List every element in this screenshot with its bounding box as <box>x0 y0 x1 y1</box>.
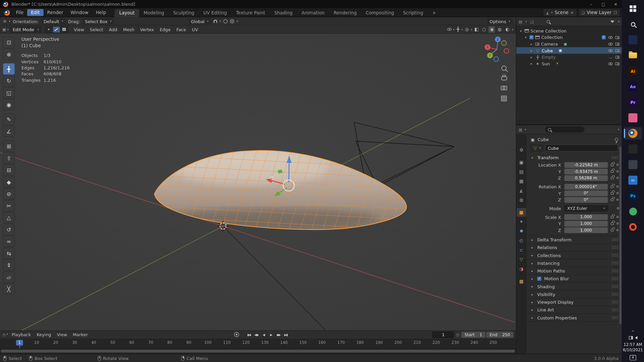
inset-faces-tool[interactable]: ⊟ <box>3 164 15 176</box>
timeline-ruler[interactable]: 1020304050607080901001101201301401501601… <box>0 339 516 349</box>
Keying[interactable]: Keying <box>34 331 54 338</box>
drag-grip-icon[interactable] <box>611 300 618 304</box>
vertex-select-button[interactable] <box>45 26 52 33</box>
speaker-tray-icon[interactable] <box>635 336 637 340</box>
editor-type-icon[interactable]: ▤ <box>519 19 522 23</box>
loop-cut-tool[interactable]: ⊘ <box>3 188 15 199</box>
file-explorer-button[interactable] <box>624 49 642 62</box>
render-visibility-icon[interactable] <box>615 62 619 65</box>
viewport-canvas[interactable]: X Y Z <box>0 34 516 330</box>
object-tab-icon[interactable]: ■ <box>517 208 526 217</box>
Line Art[interactable]: ▸ Line Art <box>527 306 622 314</box>
render-visibility-icon[interactable] <box>615 43 619 46</box>
workspace-tab[interactable]: Modeling <box>139 9 169 17</box>
titlebar[interactable]: Blender* [C:\Users\Admin\Desktop\salmon\… <box>0 0 622 8</box>
green-app-button[interactable] <box>624 205 642 218</box>
new-view-layer-icon[interactable]: ❐ <box>613 10 617 14</box>
hide-eye-icon[interactable] <box>608 49 612 52</box>
bevel-tool[interactable]: ◆ <box>3 176 15 187</box>
proportional-falloff-icon[interactable] <box>230 19 234 23</box>
Collections[interactable]: ▸ Collections <box>527 252 622 259</box>
workspace-tab[interactable]: Texture Paint <box>231 9 270 17</box>
face-select-button[interactable] <box>60 26 68 33</box>
physics-tab-icon[interactable]: ◴ <box>517 236 526 245</box>
UV[interactable]: UV <box>189 26 201 33</box>
shading-solid-icon[interactable]: ◉ <box>489 26 495 33</box>
drag-grip-icon[interactable] <box>611 156 618 159</box>
lock-icon[interactable] <box>611 192 614 194</box>
red-app-button[interactable] <box>624 221 642 233</box>
lock-icon[interactable] <box>611 198 614 201</box>
Edge[interactable]: Edge <box>157 26 174 33</box>
options-dropdown[interactable]: Options ▾ <box>487 18 513 24</box>
Window[interactable]: Window <box>67 9 92 16</box>
filter-icon[interactable] <box>610 20 614 23</box>
disclosure-closed-icon[interactable]: ▸ <box>529 42 533 46</box>
annotate-tool[interactable]: ✎ <box>3 114 15 125</box>
breadcrumb-object[interactable]: Cube <box>538 137 549 142</box>
view-layer-selector[interactable]: ❏ View Layer ❐ <box>579 9 620 16</box>
start-button[interactable] <box>624 2 642 15</box>
constraints-tab-icon[interactable]: ⊂ <box>517 246 526 254</box>
task-view-button[interactable] <box>624 34 642 46</box>
outliner-row-scene-collection[interactable]: ▾ Scene Collection <box>516 27 622 34</box>
gizmo-toggle-icon[interactable]: ╋ <box>456 27 460 32</box>
scene-selector[interactable]: ◭ ▾ Scene ✕ <box>543 9 577 16</box>
scene-tab-icon[interactable]: ◭ <box>517 186 526 195</box>
workspace-tab[interactable]: Compositing <box>361 9 398 17</box>
scrollbar-thumb[interactable] <box>1 350 515 353</box>
Relations[interactable]: ▸ Relations <box>527 244 622 251</box>
frame-end-field[interactable]: End 250 <box>486 331 514 338</box>
drag-grip-icon[interactable] <box>611 254 618 257</box>
collection-checkbox[interactable] <box>529 35 533 39</box>
edge-slide-tool[interactable]: ⇆ <box>3 247 15 259</box>
axis-neg-x-ball[interactable] <box>504 48 509 53</box>
Motion Blur[interactable]: ▸ Motion Blur <box>527 275 622 283</box>
rotate-tool[interactable]: ↻ <box>3 75 15 86</box>
editor-type-icon[interactable]: ▥ <box>519 127 522 131</box>
shading-material-icon[interactable]: ◍ <box>496 26 503 33</box>
drag-grip-icon[interactable] <box>611 277 618 281</box>
lock-icon[interactable] <box>611 216 614 218</box>
outliner-row-camera[interactable]: ▸ Camera ▣ <box>516 41 622 47</box>
Add[interactable]: Add <box>106 26 120 33</box>
rotation-mode-dropdown[interactable]: XYZ Euler ▾ <box>564 205 608 211</box>
shading-wireframe-icon[interactable]: ○ <box>481 26 487 33</box>
snap-dropdown-icon[interactable]: ▾ <box>220 19 221 23</box>
Edit[interactable]: Edit <box>27 9 43 16</box>
workspace-tab[interactable]: Sculpting <box>169 9 199 17</box>
world-tab-icon[interactable]: ◍ <box>517 196 526 204</box>
overlays-toggle-icon[interactable]: ◎ <box>464 27 470 32</box>
object-id-chip[interactable]: ▽ ▾ <box>530 144 543 152</box>
gray-app-button[interactable] <box>624 159 642 171</box>
drag-grip-icon[interactable] <box>611 246 618 249</box>
lock-icon[interactable] <box>611 222 614 225</box>
editor-type-icon[interactable]: ◷ <box>2 333 6 337</box>
shear-tool[interactable]: ▱ <box>3 271 15 283</box>
drag-dropdown[interactable]: Select Box ▾ <box>83 18 114 24</box>
play-reverse-button[interactable]: ◀ <box>260 331 267 338</box>
animate-dot-icon[interactable] <box>617 207 619 209</box>
workspace-tab[interactable]: Shading <box>270 9 297 17</box>
Select[interactable]: Select <box>87 26 106 33</box>
Face[interactable]: Face <box>173 26 189 33</box>
drag-grip-icon[interactable] <box>611 261 618 265</box>
search-icon[interactable] <box>547 20 550 23</box>
premiere-button[interactable]: Pr <box>624 96 642 109</box>
taskbar-search-button[interactable] <box>624 18 642 31</box>
Playback[interactable]: Playback <box>9 331 34 338</box>
add-cube-tool[interactable]: ⊞ <box>3 140 15 152</box>
drag-grip-icon[interactable] <box>611 316 618 319</box>
File[interactable]: File <box>12 9 28 16</box>
play-button[interactable]: ▶ <box>268 331 274 338</box>
render-visibility-icon[interactable] <box>615 36 619 39</box>
snap-magnet-icon[interactable] <box>213 19 217 23</box>
animate-dot-icon[interactable] <box>616 164 619 166</box>
knife-tool[interactable]: ✂ <box>3 200 15 211</box>
frame-start-field[interactable]: Start 1 <box>461 331 485 338</box>
hidden-eye-icon[interactable] <box>609 56 613 58</box>
drag-grip-icon[interactable] <box>611 293 618 296</box>
drag-grip-icon[interactable] <box>611 238 618 241</box>
disclosure-closed-icon[interactable]: ▸ <box>529 62 533 65</box>
transform-tool[interactable]: ◉ <box>3 99 15 110</box>
